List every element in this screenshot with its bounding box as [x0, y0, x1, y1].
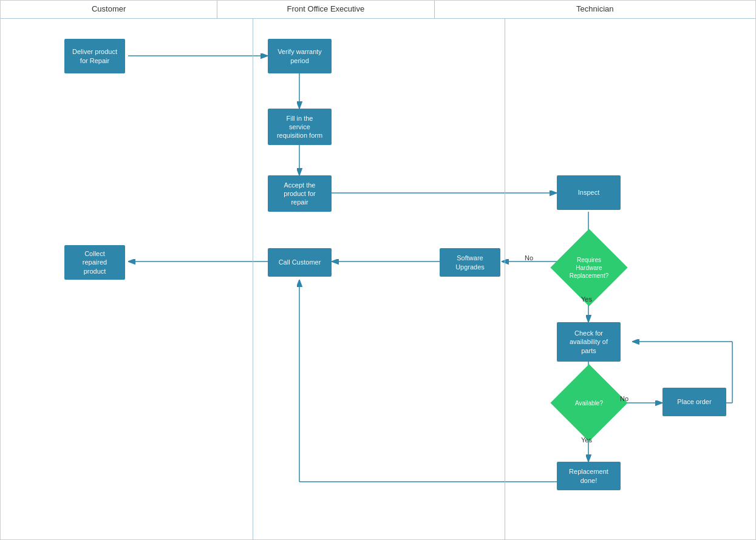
node-inspect[interactable]: Inspect — [557, 175, 621, 210]
label-yes-hw: Yes — [581, 295, 592, 303]
node-replacement-done[interactable]: Replacement done! — [557, 462, 621, 490]
lane-header-technician: Technician — [435, 1, 755, 18]
label-no-available: No — [620, 395, 628, 402]
node-collect[interactable]: Collect repaired product — [64, 245, 125, 280]
diagram-container: Customer Front Office Executive Technici… — [0, 0, 756, 540]
label-yes-available: Yes — [581, 436, 592, 444]
node-check-parts[interactable]: Check for availability of parts — [557, 322, 621, 362]
node-call-customer[interactable]: Call Customer — [268, 248, 332, 277]
lane-header-customer: Customer — [1, 1, 217, 18]
label-no-hw: No — [525, 254, 533, 262]
node-fill-form[interactable]: Fill in the service requisition form — [268, 109, 332, 145]
node-deliver[interactable]: Deliver product for Repair — [64, 39, 125, 73]
node-available[interactable]: Available? — [562, 376, 616, 430]
node-accept[interactable]: Accept the product for repair — [268, 175, 332, 212]
node-verify[interactable]: Verify warranty period — [268, 39, 332, 73]
node-software-upgrades[interactable]: Software Upgrades — [440, 248, 500, 277]
node-requires-hw[interactable]: Requires Hardware Replacement? — [562, 240, 616, 295]
node-place-order[interactable]: Place order — [662, 388, 726, 416]
lane-header-front-office: Front Office Executive — [217, 1, 434, 18]
